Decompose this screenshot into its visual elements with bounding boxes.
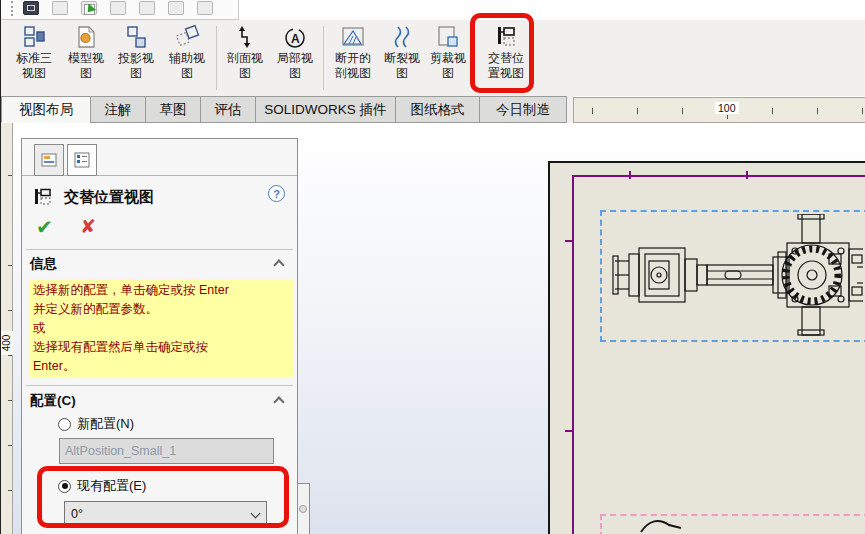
new-configuration-radio[interactable]: 新配置(N) bbox=[58, 415, 134, 433]
auxiliary-view-icon bbox=[174, 23, 200, 51]
sheet-zone-tick bbox=[565, 430, 573, 432]
options-icon[interactable] bbox=[197, 1, 213, 15]
alternate-position-view-icon bbox=[32, 187, 56, 207]
detail-view-button[interactable]: A 局部视图 bbox=[270, 22, 320, 94]
ok-button[interactable]: ✔ bbox=[36, 215, 53, 239]
new-configuration-name-input[interactable]: AltPosition_Small_1 bbox=[59, 438, 274, 464]
panel-title: 交替位置视图 bbox=[64, 188, 154, 207]
tab-view-layout[interactable]: 视图布局 bbox=[1, 96, 91, 123]
break-view-button[interactable]: 断裂视图 bbox=[379, 22, 425, 94]
sheet-zone-tick bbox=[746, 171, 748, 179]
model-view-icon bbox=[73, 23, 99, 51]
cancel-button[interactable]: ✘ bbox=[80, 215, 96, 238]
configuration-tab[interactable] bbox=[67, 144, 97, 176]
rebuild-icon[interactable] bbox=[168, 1, 184, 15]
detail-view-icon: A bbox=[282, 23, 308, 51]
info-line: 选择现有配置然后单击确定或按 bbox=[33, 338, 289, 357]
svg-text:A: A bbox=[291, 32, 300, 46]
tab-sketch[interactable]: 草图 bbox=[145, 96, 201, 123]
tab-annotation[interactable]: 注解 bbox=[90, 96, 146, 123]
info-line: 或 bbox=[33, 319, 289, 338]
tab-today-manufacturing[interactable]: 今日制造 bbox=[479, 96, 567, 123]
info-header-label: 信息 bbox=[30, 255, 57, 273]
info-line: 并定义新的配置参数。 bbox=[33, 300, 289, 319]
configuration-section-header[interactable]: 配置(C) bbox=[22, 390, 297, 412]
model-view-button[interactable]: 模型视图 bbox=[61, 22, 111, 94]
save-icon[interactable] bbox=[81, 1, 97, 15]
undo-icon[interactable] bbox=[139, 1, 155, 15]
info-section-header[interactable]: 信息 bbox=[22, 253, 297, 275]
open-icon[interactable] bbox=[52, 1, 68, 15]
ruler-label-100: 100 bbox=[715, 102, 739, 114]
standard-3-view-button[interactable]: 标准三视图 bbox=[7, 22, 61, 94]
highlight-existing-configuration bbox=[37, 466, 289, 528]
highlight-alternate-position-button bbox=[470, 13, 534, 93]
ruler-label-400: 400 bbox=[1, 331, 13, 355]
divider bbox=[26, 249, 293, 250]
tab-evaluate[interactable]: 评估 bbox=[200, 96, 256, 123]
vertical-ruler: 400 bbox=[1, 123, 13, 534]
property-manager-icon bbox=[41, 152, 58, 168]
radio-unselected-icon bbox=[58, 418, 71, 431]
sheet-zone-tick bbox=[565, 240, 573, 242]
section-view-button[interactable]: 剖面视图 bbox=[220, 22, 270, 94]
horizontal-ruler: 100 bbox=[573, 97, 865, 123]
partial-drawing-edge bbox=[637, 518, 685, 534]
broken-out-section-icon bbox=[340, 23, 366, 51]
broken-out-section-button[interactable]: 断开的剖视图 bbox=[327, 22, 379, 94]
info-message-box: 选择新的配置，单击确定或按 Enter 并定义新的配置参数。 或 选择现有配置然… bbox=[29, 279, 293, 377]
crop-view-icon bbox=[435, 23, 461, 51]
property-manager-tab[interactable] bbox=[34, 144, 64, 176]
view-layout-ribbon: 标准三视图 模型视图 投影视图 辅助视图 bbox=[1, 20, 865, 96]
print-icon[interactable] bbox=[110, 1, 126, 15]
panel-title-row: 交替位置视图 ? bbox=[22, 183, 297, 211]
panel-tab-strip bbox=[22, 139, 297, 176]
projected-view-icon bbox=[123, 23, 149, 51]
standard-3-view-icon bbox=[21, 23, 47, 51]
command-manager-tabs: 视图布局 注解 草图 评估 SOLIDWORKS 插件 图纸格式 今日制造 bbox=[1, 96, 573, 123]
solidworks-window: 100 400 标准三视图 bbox=[0, 0, 865, 534]
help-icon[interactable]: ? bbox=[268, 185, 285, 202]
sheet-frame-top bbox=[572, 175, 865, 177]
auxiliary-view-button[interactable]: 辅助视图 bbox=[161, 22, 213, 94]
ribbon-separator bbox=[323, 26, 324, 90]
projected-view-button[interactable]: 投影视图 bbox=[111, 22, 161, 94]
chevron-up-icon bbox=[273, 259, 284, 270]
section-view-icon bbox=[232, 23, 258, 51]
tab-solidworks-addins[interactable]: SOLIDWORKS 插件 bbox=[255, 96, 396, 123]
assembly-top-view-drawing[interactable] bbox=[605, 214, 863, 338]
divider bbox=[26, 385, 293, 386]
toolbar-grip-handle[interactable] bbox=[11, 1, 14, 16]
crop-view-button[interactable]: 剪裁视图 bbox=[425, 22, 471, 94]
chevron-up-icon bbox=[273, 396, 284, 407]
sheet-zone-tick bbox=[629, 171, 631, 179]
break-view-icon bbox=[389, 23, 415, 51]
info-line: Enter。 bbox=[33, 357, 289, 376]
panel-collapse-handle[interactable] bbox=[299, 505, 307, 513]
tab-sheet-format[interactable]: 图纸格式 bbox=[395, 96, 480, 123]
configuration-list-icon bbox=[74, 152, 91, 168]
quick-access-toolbar bbox=[1, 0, 239, 20]
model-icon[interactable] bbox=[23, 1, 39, 15]
configuration-header-label: 配置(C) bbox=[30, 392, 76, 410]
ribbon-separator bbox=[216, 26, 217, 90]
sheet-frame-left bbox=[572, 175, 574, 534]
info-line: 选择新的配置，单击确定或按 Enter bbox=[33, 281, 289, 300]
